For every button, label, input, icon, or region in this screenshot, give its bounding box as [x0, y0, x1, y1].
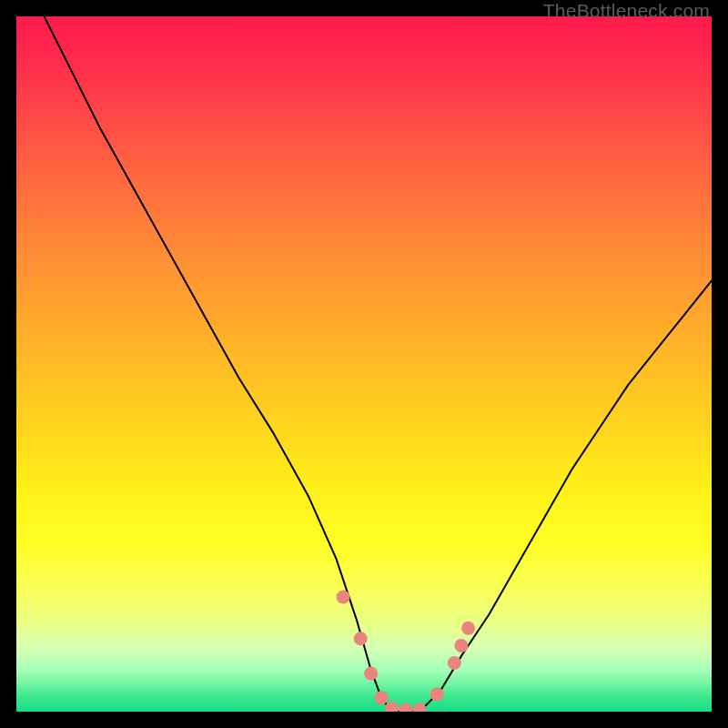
bottleneck-curve	[45, 16, 712, 712]
watermark-text: TheBottleneck.com	[543, 0, 710, 22]
curve-layer	[16, 16, 712, 712]
data-marker	[461, 622, 475, 635]
data-marker	[375, 691, 389, 704]
data-marker	[337, 590, 350, 603]
data-marker	[430, 687, 444, 701]
data-marker	[399, 703, 412, 712]
data-marker	[454, 639, 468, 652]
chart-frame: TheBottleneck.com	[0, 0, 728, 728]
data-marker	[385, 702, 399, 712]
data-marker	[448, 656, 461, 670]
data-marker	[364, 666, 378, 680]
plot-area	[16, 16, 712, 712]
data-marker	[354, 632, 368, 645]
data-marker	[413, 703, 427, 712]
